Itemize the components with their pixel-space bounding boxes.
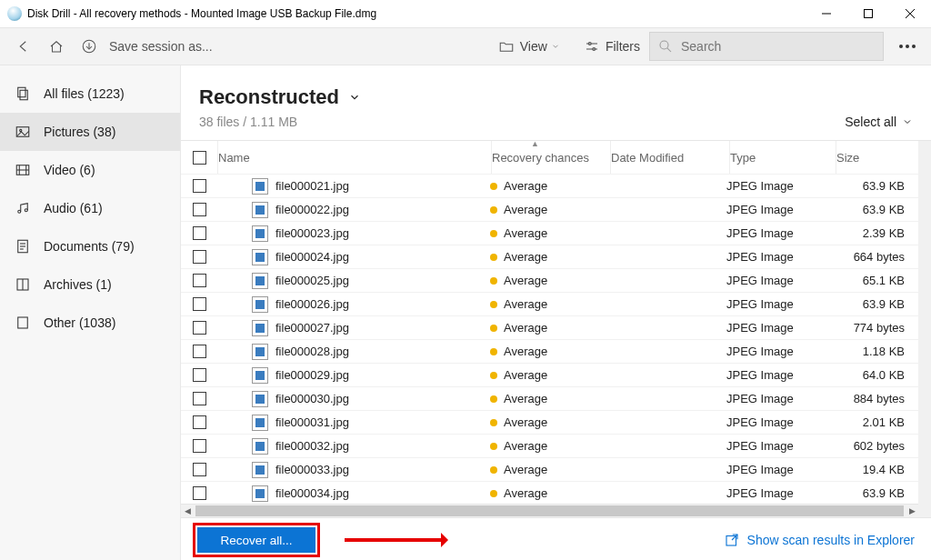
column-recovery[interactable]: Recovery chances bbox=[492, 141, 611, 174]
view-label: View bbox=[520, 39, 547, 54]
recover-all-button[interactable]: Recover all... bbox=[197, 527, 315, 553]
more-button[interactable] bbox=[891, 30, 924, 63]
table-row[interactable]: file000031.jpgAverageJPEG Image2.01 KB bbox=[181, 411, 918, 435]
view-button[interactable]: View bbox=[489, 30, 575, 63]
archive-icon bbox=[15, 276, 31, 293]
sidebar-item-pictures[interactable]: Pictures (38) bbox=[0, 113, 180, 151]
row-checkbox[interactable] bbox=[181, 486, 217, 500]
file-icon bbox=[252, 296, 268, 313]
file-size: 2.01 KB bbox=[832, 415, 914, 429]
show-in-explorer-link[interactable]: Show scan results in Explorer bbox=[724, 532, 915, 548]
file-icon bbox=[252, 391, 268, 407]
filters-button[interactable]: Filters bbox=[575, 30, 649, 63]
scroll-right-arrow[interactable]: ▶ bbox=[906, 505, 918, 517]
section-header[interactable]: Reconstructed bbox=[199, 85, 913, 109]
row-checkbox[interactable] bbox=[181, 439, 217, 453]
horizontal-scrollbar[interactable]: ◀ ▶ bbox=[181, 504, 918, 517]
column-date[interactable]: Date Modified bbox=[611, 141, 730, 174]
toolbar: Save session as... View Filters bbox=[0, 28, 931, 65]
table-row[interactable]: file000026.jpgAverageJPEG Image63.9 KB bbox=[181, 293, 918, 316]
column-name[interactable]: Name bbox=[218, 141, 492, 174]
chevron-down-icon bbox=[348, 91, 361, 104]
column-type[interactable]: Type bbox=[730, 141, 836, 174]
svg-rect-11 bbox=[18, 87, 25, 97]
sidebar-item-archives[interactable]: Archives (1) bbox=[0, 265, 180, 304]
file-type: JPEG Image bbox=[726, 297, 832, 311]
sidebar-item-other[interactable]: Other (1038) bbox=[0, 304, 180, 342]
sidebar-item-label: All files (1223) bbox=[44, 86, 125, 101]
vertical-scrollbar[interactable] bbox=[918, 141, 931, 517]
file-icon bbox=[252, 273, 268, 289]
download-icon[interactable] bbox=[73, 30, 105, 63]
scrollbar-thumb[interactable] bbox=[195, 505, 904, 516]
file-icon bbox=[252, 249, 268, 265]
row-checkbox[interactable] bbox=[181, 368, 217, 382]
table-row[interactable]: file000034.jpgAverageJPEG Image63.9 KB bbox=[181, 482, 918, 504]
row-checkbox[interactable] bbox=[181, 179, 217, 193]
document-icon bbox=[15, 238, 31, 255]
recovery-chance: Average bbox=[504, 486, 547, 500]
search-icon bbox=[657, 38, 674, 55]
file-name: file000027.jpg bbox=[275, 321, 349, 335]
header-checkbox-col[interactable] bbox=[181, 141, 218, 174]
scroll-left-arrow[interactable]: ◀ bbox=[181, 505, 194, 517]
table-header: ▲ Name Recovery chances Date Modified Ty… bbox=[181, 141, 918, 175]
table-row[interactable]: file000023.jpgAverageJPEG Image2.39 KB bbox=[181, 222, 918, 245]
close-button[interactable] bbox=[889, 0, 931, 27]
chevron-down-icon bbox=[902, 116, 913, 127]
status-dot-icon bbox=[490, 325, 497, 332]
status-dot-icon bbox=[490, 254, 497, 261]
file-name: file000026.jpg bbox=[275, 297, 349, 311]
status-dot-icon bbox=[490, 490, 497, 497]
file-type: JPEG Image bbox=[726, 463, 832, 476]
table-row[interactable]: file000024.jpgAverageJPEG Image664 bytes bbox=[181, 245, 918, 269]
table-row[interactable]: file000021.jpgAverageJPEG Image63.9 KB bbox=[181, 175, 918, 198]
file-type: JPEG Image bbox=[726, 274, 832, 287]
save-session-button[interactable]: Save session as... bbox=[109, 39, 213, 54]
table-row[interactable]: file000025.jpgAverageJPEG Image65.1 KB bbox=[181, 269, 918, 293]
select-all-button[interactable]: Select all bbox=[845, 115, 913, 129]
row-checkbox[interactable] bbox=[181, 297, 217, 311]
search-box[interactable] bbox=[649, 32, 884, 61]
svg-line-10 bbox=[667, 48, 671, 52]
row-checkbox[interactable] bbox=[181, 463, 217, 476]
recovery-chance: Average bbox=[504, 297, 547, 311]
table-row[interactable]: file000030.jpgAverageJPEG Image884 bytes bbox=[181, 387, 918, 411]
recovery-chance: Average bbox=[504, 392, 547, 405]
home-button[interactable] bbox=[40, 30, 73, 63]
row-checkbox[interactable] bbox=[181, 392, 217, 405]
row-checkbox[interactable] bbox=[181, 415, 217, 429]
column-size[interactable]: Size bbox=[836, 141, 918, 174]
sidebar-item-audio[interactable]: Audio (61) bbox=[0, 189, 180, 227]
row-checkbox[interactable] bbox=[181, 345, 217, 358]
recovery-chance: Average bbox=[504, 321, 547, 335]
select-all-label: Select all bbox=[845, 115, 896, 129]
table-row[interactable]: file000032.jpgAverageJPEG Image602 bytes bbox=[181, 435, 918, 458]
sidebar-item-all-files[interactable]: All files (1223) bbox=[0, 75, 180, 113]
titlebar: Disk Drill - All recovery methods - Moun… bbox=[0, 0, 931, 28]
maximize-button[interactable] bbox=[847, 0, 889, 27]
sidebar-item-video[interactable]: Video (6) bbox=[0, 151, 180, 189]
status-dot-icon bbox=[490, 277, 497, 285]
file-name: file000024.jpg bbox=[275, 250, 349, 264]
sidebar-item-documents[interactable]: Documents (79) bbox=[0, 227, 180, 265]
row-checkbox[interactable] bbox=[181, 203, 217, 216]
window-title: Disk Drill - All recovery methods - Moun… bbox=[27, 7, 806, 20]
table-row[interactable]: file000022.jpgAverageJPEG Image63.9 KB bbox=[181, 198, 918, 222]
search-input[interactable] bbox=[679, 38, 876, 55]
minimize-button[interactable] bbox=[806, 0, 847, 27]
row-checkbox[interactable] bbox=[181, 250, 217, 264]
file-type: JPEG Image bbox=[726, 226, 832, 240]
back-button[interactable] bbox=[7, 30, 40, 63]
table-row[interactable]: file000029.jpgAverageJPEG Image64.0 KB bbox=[181, 364, 918, 387]
status-dot-icon bbox=[490, 419, 497, 426]
table-row[interactable]: file000028.jpgAverageJPEG Image1.18 KB bbox=[181, 340, 918, 364]
status-dot-icon bbox=[490, 372, 497, 379]
row-checkbox[interactable] bbox=[181, 321, 217, 335]
row-checkbox[interactable] bbox=[181, 274, 217, 287]
table-row[interactable]: file000033.jpgAverageJPEG Image19.4 KB bbox=[181, 458, 918, 482]
audio-icon bbox=[15, 200, 31, 216]
row-checkbox[interactable] bbox=[181, 226, 217, 240]
table-row[interactable]: file000027.jpgAverageJPEG Image774 bytes bbox=[181, 316, 918, 340]
file-size: 1.18 KB bbox=[832, 345, 914, 358]
